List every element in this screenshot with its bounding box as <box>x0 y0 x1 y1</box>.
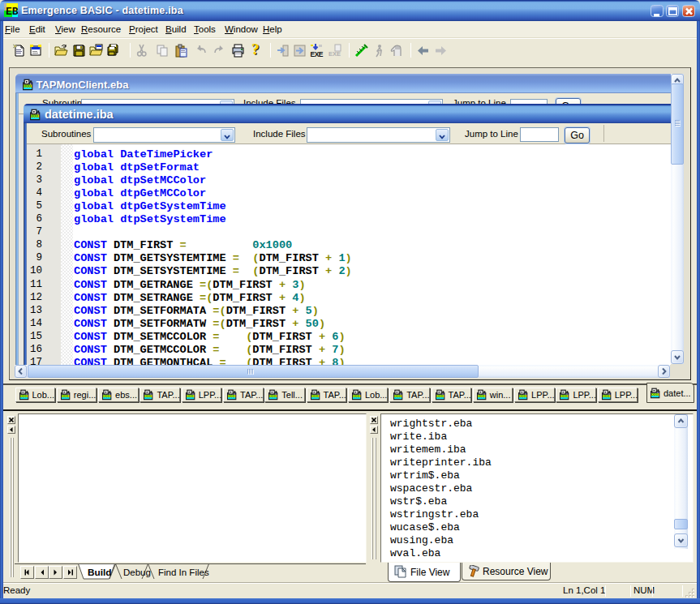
svg-text:EXE: EXE <box>311 50 324 58</box>
svg-text:Find In Files: Find In Files <box>158 568 209 577</box>
svg-text:Debug: Debug <box>123 568 151 577</box>
svg-text:EB: EB <box>6 6 18 18</box>
svg-text:Build: Build <box>88 567 112 578</box>
